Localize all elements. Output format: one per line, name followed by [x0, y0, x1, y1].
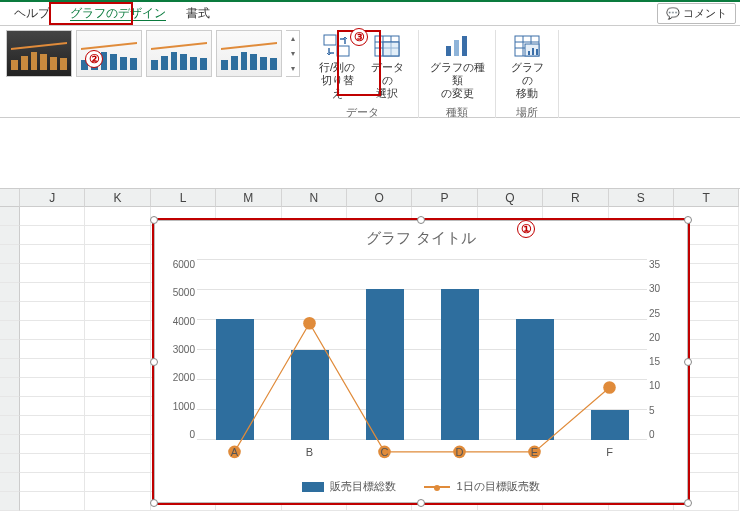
y-tick-left: 0 [161, 429, 195, 440]
cell[interactable] [85, 492, 150, 511]
cell[interactable] [85, 397, 150, 416]
cell[interactable] [85, 473, 150, 492]
row-header[interactable] [0, 473, 20, 492]
cell[interactable] [20, 492, 85, 511]
cell[interactable] [85, 207, 150, 226]
cell[interactable] [85, 226, 150, 245]
row-header[interactable] [0, 492, 20, 511]
row-header[interactable] [0, 302, 20, 321]
column-header[interactable]: L [151, 189, 216, 207]
group-label: データ [346, 105, 379, 122]
row-header[interactable] [0, 378, 20, 397]
legend-item-line[interactable]: 1日の目標販売数 [424, 479, 539, 494]
annotation-marker-3: ③ [350, 28, 368, 46]
row-header[interactable] [0, 226, 20, 245]
cell[interactable] [20, 283, 85, 302]
column-header[interactable]: M [216, 189, 281, 207]
cell[interactable] [85, 245, 150, 264]
cell[interactable] [85, 359, 150, 378]
select-all-corner[interactable] [0, 189, 20, 207]
row-header[interactable] [0, 340, 20, 359]
cell[interactable] [20, 473, 85, 492]
column-header[interactable]: K [85, 189, 150, 207]
cell[interactable] [20, 416, 85, 435]
line-series[interactable] [197, 259, 647, 511]
cell[interactable] [85, 340, 150, 359]
y-tick-right: 20 [649, 332, 683, 343]
change-chart-type-button[interactable]: グラフの種類 の変更 [427, 32, 487, 105]
tab-format[interactable]: 書式 [176, 2, 220, 25]
more-icon: ▾ [291, 64, 295, 73]
resize-handle[interactable] [417, 216, 425, 224]
legend[interactable]: 販売目標総数 1日の目標販売数 [155, 479, 687, 494]
column-header[interactable]: J [20, 189, 85, 207]
chart-styles-gallery[interactable]: ▴ ▾ ▾ [6, 30, 300, 77]
cell[interactable] [20, 321, 85, 340]
legend-label: 販売目標総数 [330, 479, 396, 494]
chart-object[interactable]: ① グラフ タイトル 6000500040003000200010000 353… [154, 220, 688, 503]
cell[interactable] [20, 435, 85, 454]
x-tick: D [422, 446, 497, 458]
cell[interactable] [20, 226, 85, 245]
cell[interactable] [85, 321, 150, 340]
resize-handle[interactable] [150, 499, 158, 507]
row-header[interactable] [0, 359, 20, 378]
cell[interactable] [20, 359, 85, 378]
cell[interactable] [20, 245, 85, 264]
group-label: 場所 [516, 105, 538, 122]
x-tick: F [572, 446, 647, 458]
cell[interactable] [20, 378, 85, 397]
plot-area[interactable]: 6000500040003000200010000 35302520151050 [197, 259, 647, 440]
row-header[interactable] [0, 321, 20, 340]
row-header[interactable] [0, 435, 20, 454]
column-header[interactable]: N [282, 189, 347, 207]
resize-handle[interactable] [684, 499, 692, 507]
button-label: グラフの 移動 [506, 61, 548, 101]
cell[interactable] [85, 378, 150, 397]
row-header[interactable] [0, 264, 20, 283]
move-chart-button[interactable]: グラフの 移動 [504, 32, 550, 105]
chart-style-thumb[interactable] [146, 30, 212, 77]
chart-style-thumb[interactable] [6, 30, 72, 77]
cell[interactable] [20, 340, 85, 359]
x-tick: C [347, 446, 422, 458]
cell[interactable] [85, 264, 150, 283]
cell[interactable] [20, 302, 85, 321]
y-tick-left: 5000 [161, 287, 195, 298]
resize-handle[interactable] [150, 358, 158, 366]
column-header[interactable]: O [347, 189, 412, 207]
cell[interactable] [20, 207, 85, 226]
cell[interactable] [20, 397, 85, 416]
column-header[interactable]: P [412, 189, 477, 207]
row-header[interactable] [0, 397, 20, 416]
svg-rect-0 [324, 35, 336, 45]
chart-title[interactable]: グラフ タイトル [155, 221, 687, 248]
chart-style-thumb[interactable] [216, 30, 282, 77]
cell[interactable] [85, 454, 150, 473]
column-header[interactable]: R [543, 189, 608, 207]
column-header[interactable]: S [609, 189, 674, 207]
resize-handle[interactable] [684, 216, 692, 224]
row-header[interactable] [0, 416, 20, 435]
cell[interactable] [20, 454, 85, 473]
row-header[interactable] [0, 207, 20, 226]
cell[interactable] [85, 283, 150, 302]
column-header[interactable]: Q [478, 189, 543, 207]
comment-button[interactable]: 💬 コメント [657, 3, 736, 24]
y-tick-right: 5 [649, 405, 683, 416]
row-header[interactable] [0, 245, 20, 264]
resize-handle[interactable] [684, 358, 692, 366]
resize-handle[interactable] [150, 216, 158, 224]
gallery-more-button[interactable]: ▴ ▾ ▾ [286, 30, 300, 77]
legend-item-bar[interactable]: 販売目標総数 [302, 479, 396, 494]
cell[interactable] [85, 416, 150, 435]
cell[interactable] [85, 302, 150, 321]
cell[interactable] [20, 264, 85, 283]
svg-point-21 [303, 317, 316, 330]
legend-swatch-line [424, 486, 450, 488]
cell[interactable] [85, 435, 150, 454]
column-header[interactable]: T [674, 189, 739, 207]
row-header[interactable] [0, 454, 20, 473]
y-tick-right: 0 [649, 429, 683, 440]
row-header[interactable] [0, 283, 20, 302]
